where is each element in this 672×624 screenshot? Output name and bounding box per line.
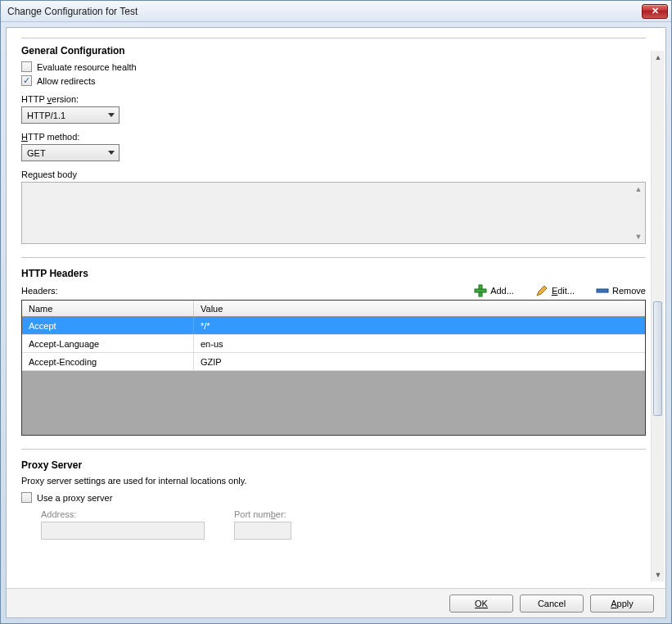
use-proxy-checkbox[interactable] — [21, 492, 32, 503]
scroll-area: General Configuration Evaluate resource … — [7, 28, 665, 588]
use-proxy-row: Use a proxy server — [21, 492, 646, 503]
remove-header-label: Remove — [612, 286, 646, 296]
proxy-fields: Address: Port number: — [41, 509, 646, 540]
dialog-window: Change Configuration for Test ✕ General … — [0, 0, 672, 624]
request-body-label-pre: Re — [21, 170, 33, 179]
http-version-label-pre: HTTP — [21, 94, 47, 104]
col-header-value[interactable]: Value — [194, 301, 645, 316]
titlebar[interactable]: Change Configuration for Test ✕ — [1, 1, 671, 22]
header-name-cell: Accept-Encoding — [22, 353, 194, 370]
apply-button[interactable]: Apply — [590, 595, 654, 613]
ok-button-label: OK — [475, 599, 488, 608]
window-title: Change Configuration for Test — [7, 6, 642, 17]
request-body-label: Request body — [21, 170, 646, 179]
proxy-address-input[interactable] — [41, 522, 205, 540]
scrollbar-up-icon[interactable]: ▲ — [652, 51, 665, 64]
evaluate-resource-health-row: Evaluate resource health — [21, 61, 646, 72]
divider-1 — [21, 257, 646, 258]
client-area: General Configuration Evaluate resource … — [6, 27, 666, 618]
remove-header-button[interactable]: Remove — [596, 284, 646, 297]
allow-redirects-row: Allow redirects — [21, 75, 646, 86]
dialog-footer: OK Cancel Apply — [7, 588, 665, 617]
table-row[interactable]: Accept-Languageen-us — [22, 335, 645, 353]
edit-icon — [535, 284, 548, 297]
http-version-label-post: ersion: — [52, 94, 79, 104]
table-row[interactable]: Accept*/* — [22, 317, 645, 335]
general-config-title: General Configuration — [21, 45, 646, 57]
request-body-label-post: uest body — [38, 170, 77, 179]
headers-toolbar: Headers: Add... Edit... Remove — [21, 284, 646, 297]
divider-2 — [21, 449, 646, 450]
vertical-scrollbar[interactable]: ▲ ▼ — [651, 51, 664, 581]
textarea-scroll-down-icon[interactable]: ▼ — [634, 232, 643, 242]
scrollbar-thumb[interactable] — [653, 301, 662, 416]
scrollbar-down-icon[interactable]: ▼ — [652, 568, 665, 581]
window-frame-pad: General Configuration Evaluate resource … — [1, 22, 671, 623]
header-value-cell: */* — [194, 317, 645, 334]
cancel-button[interactable]: Cancel — [520, 595, 584, 613]
allow-redirects-label: Allow redirects — [37, 76, 96, 86]
add-header-button[interactable]: Add... — [474, 284, 514, 297]
edit-header-button[interactable]: Edit... — [535, 284, 575, 297]
add-icon — [474, 284, 487, 297]
http-method-value: GET — [27, 148, 46, 158]
header-value-cell: en-us — [194, 335, 645, 352]
close-button[interactable]: ✕ — [642, 4, 668, 19]
header-value-cell: GZIP — [194, 353, 645, 370]
cancel-button-label: Cancel — [538, 599, 566, 608]
top-divider — [21, 38, 646, 38]
request-body-textarea[interactable]: ▲ ▼ — [21, 182, 646, 244]
proxy-port-field: Port number: — [234, 509, 291, 540]
headers-list-label: Headers: — [21, 286, 58, 296]
headers-table-head: Name Value — [22, 301, 645, 317]
http-method-label-hot: H — [21, 132, 28, 142]
header-name-cell: Accept-Language — [22, 335, 194, 352]
table-row[interactable]: Accept-EncodingGZIP — [22, 353, 645, 371]
svg-rect-1 — [475, 289, 486, 292]
proxy-address-label: Address: — [41, 509, 205, 519]
http-version-value: HTTP/1.1 — [27, 111, 65, 120]
proxy-port-input[interactable] — [234, 522, 291, 540]
http-headers-title: HTTP Headers — [21, 268, 646, 279]
col-header-name[interactable]: Name — [22, 301, 194, 316]
proxy-port-label: Port number: — [234, 509, 291, 519]
headers-table-body: Accept*/*Accept-Languageen-usAccept-Enco… — [22, 317, 645, 435]
headers-table: Name Value Accept*/*Accept-Languageen-us… — [21, 300, 646, 436]
textarea-scroll-up-icon[interactable]: ▲ — [634, 184, 643, 194]
allow-redirects-checkbox[interactable] — [21, 75, 32, 86]
header-name-cell: Accept — [22, 317, 194, 334]
http-method-select[interactable]: GET — [21, 144, 120, 161]
close-icon: ✕ — [652, 6, 659, 16]
http-method-label: HTTP method: — [21, 132, 646, 142]
http-version-label: HTTP version: — [21, 94, 646, 104]
apply-button-label: Apply — [611, 599, 634, 608]
proxy-server-title: Proxy Server — [21, 459, 646, 471]
proxy-description: Proxy server settings are used for inter… — [21, 476, 646, 486]
use-proxy-label: Use a proxy server — [37, 493, 112, 503]
evaluate-resource-health-label: Evaluate resource health — [37, 62, 137, 72]
remove-icon — [596, 284, 609, 297]
evaluate-resource-health-checkbox[interactable] — [21, 61, 32, 72]
proxy-address-field: Address: — [41, 509, 205, 540]
ok-button[interactable]: OK — [449, 595, 513, 613]
http-version-select[interactable]: HTTP/1.1 — [21, 106, 120, 124]
edit-header-label: Edit... — [552, 286, 575, 296]
svg-rect-4 — [597, 289, 608, 292]
add-header-label: Add... — [490, 286, 514, 296]
http-method-label-post: TTP method: — [28, 132, 79, 142]
